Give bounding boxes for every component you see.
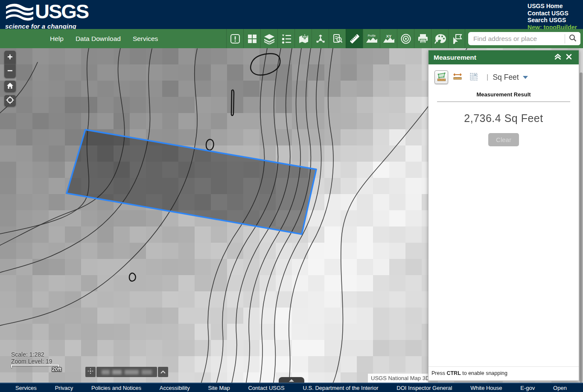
measure-area-icon xyxy=(437,72,446,83)
toolbar-buttons: ProfileXY xyxy=(226,29,465,48)
share-icon xyxy=(315,33,326,44)
site-header: USGS science for a changing world USGS H… xyxy=(0,0,583,29)
header-link[interactable]: USGS Home xyxy=(528,3,577,10)
basemap-gallery-icon xyxy=(247,33,258,44)
double-chevron-up-icon xyxy=(554,53,562,62)
print-icon xyxy=(417,33,429,44)
address-search xyxy=(468,32,580,45)
footer-link-u-s-department-of-the-interior[interactable]: U.S. Department of the Interior xyxy=(303,385,379,391)
footer-link-site-map[interactable]: Site Map xyxy=(208,385,230,391)
scale-info: Scale: 1:282 Zoom Level: 19 xyxy=(11,351,52,365)
footer-link-white-house[interactable]: White House xyxy=(470,385,502,391)
tool-layers-button[interactable] xyxy=(260,29,277,48)
header-link[interactable]: Contact USGS xyxy=(528,10,577,17)
tool-palette-button[interactable] xyxy=(431,29,448,48)
result-divider xyxy=(437,102,570,102)
tool-add-data-button[interactable] xyxy=(294,29,312,48)
footer-link-open[interactable]: Open xyxy=(553,385,567,391)
chevron-up-icon xyxy=(160,369,166,375)
measure-area-tool-button[interactable] xyxy=(434,70,448,84)
tool-legend-button[interactable] xyxy=(277,29,294,48)
add-data-icon xyxy=(298,33,309,44)
measurement-tools: | Sq Feet xyxy=(429,64,579,84)
tool-error-alert-button[interactable] xyxy=(226,29,243,48)
scalebar-label: 20ft xyxy=(52,366,61,372)
tool-share-button[interactable] xyxy=(312,29,329,48)
scale-label: Scale: 1:282 xyxy=(11,351,52,358)
unit-label: Sq Feet xyxy=(493,73,519,82)
tool-query-button[interactable] xyxy=(329,29,346,48)
panel-spacer xyxy=(429,146,579,366)
unit-separator: | xyxy=(487,73,488,81)
usgs-wave-icon xyxy=(5,2,34,23)
scrollbar-thumb[interactable] xyxy=(580,73,583,383)
snapping-hint: Press CTRL to enable snapping xyxy=(429,366,579,380)
bullseye-icon xyxy=(400,33,412,45)
legend-icon xyxy=(281,33,292,44)
toolbar-menus: HelpData DownloadServices xyxy=(50,29,158,48)
coordinate-widget xyxy=(85,367,168,377)
zoom-level-label: Zoom Level: 19 xyxy=(11,358,52,365)
locate-icon xyxy=(6,96,14,106)
query-icon xyxy=(332,33,343,44)
map-viewport[interactable]: + − Scale: 1:282 Zoom Level: 19 20ft xyxy=(0,48,583,383)
select-icon xyxy=(451,33,463,44)
tool-print-button[interactable] xyxy=(414,29,431,48)
footer-link-privacy[interactable]: Privacy xyxy=(55,385,73,391)
measure-location-tool-button[interactable] xyxy=(467,70,481,84)
site-footer: ServicesPrivacyPolicies and NoticesAcces… xyxy=(0,383,583,392)
search-input[interactable] xyxy=(468,35,565,43)
unit-dropdown[interactable]: Sq Feet xyxy=(493,73,528,82)
measurement-panel-header[interactable]: Measurement xyxy=(429,50,579,64)
result-heading: Measurement Result xyxy=(429,91,579,98)
palette-icon xyxy=(434,33,446,44)
svg-text:Profile: Profile xyxy=(367,34,376,37)
coordinate-crosshair-button[interactable] xyxy=(85,367,96,377)
usgs-logo[interactable]: USGS science for a changing world xyxy=(5,2,90,27)
footer-link-doi-inspector-general[interactable]: DOI Inspector General xyxy=(396,385,452,391)
logo-title: USGS xyxy=(35,2,88,21)
measurement-panel: Measurement | Sq Feet Measurement Result xyxy=(428,50,579,381)
footer-link-contact-usgs[interactable]: Contact USGS xyxy=(248,385,284,391)
close-panel-button[interactable] xyxy=(563,52,574,63)
home-button[interactable] xyxy=(4,81,16,92)
tool-bullseye-button[interactable] xyxy=(397,29,414,48)
home-icon xyxy=(6,82,14,91)
close-icon xyxy=(566,54,572,61)
caret-down-icon xyxy=(523,76,528,79)
tool-measure-ruler-button[interactable] xyxy=(346,29,363,48)
footer-link-e-gov[interactable]: E-gov xyxy=(520,385,535,391)
tool-basemap-gallery-button[interactable] xyxy=(243,29,260,48)
collapse-panel-button[interactable] xyxy=(552,52,563,63)
footer-link-policies-and-notices[interactable]: Policies and Notices xyxy=(91,385,141,391)
menu-services[interactable]: Services xyxy=(133,35,158,43)
locate-button[interactable] xyxy=(4,95,16,107)
search-button[interactable] xyxy=(565,32,580,45)
elevation-profile-icon: Profile xyxy=(365,33,378,44)
measure-distance-tool-button[interactable] xyxy=(451,70,464,84)
menu-help[interactable]: Help xyxy=(50,35,64,43)
measure-location-icon xyxy=(469,72,478,83)
tool-elevation-profile-button[interactable]: Profile xyxy=(363,29,380,48)
coordinate-readout-blurred xyxy=(96,367,157,377)
triangle-up-icon xyxy=(289,379,294,382)
spot-elevation-xy-icon: XY xyxy=(382,33,395,44)
clear-button[interactable]: Clear xyxy=(488,133,519,146)
header-links: USGS HomeContact USGSSearch USGSNew: top… xyxy=(528,3,577,31)
coordinate-expand-button[interactable] xyxy=(158,367,168,377)
footer-link-services[interactable]: Services xyxy=(15,385,37,391)
scrollbar[interactable] xyxy=(579,48,583,383)
map-attribution: USGS National Map 3D xyxy=(368,374,428,383)
blurred-coordinates xyxy=(102,370,152,375)
tool-select-button[interactable] xyxy=(448,29,465,48)
zoom-out-button[interactable]: − xyxy=(4,64,16,78)
zoom-control: + − xyxy=(4,51,16,78)
menu-data-download[interactable]: Data Download xyxy=(76,35,121,43)
header-link[interactable]: Search USGS xyxy=(528,17,577,24)
attribution-expander[interactable] xyxy=(279,377,304,383)
footer-link-accessibility[interactable]: Accessibility xyxy=(160,385,190,391)
measure-distance-icon xyxy=(453,72,462,83)
zoom-in-button[interactable]: + xyxy=(4,51,16,64)
tool-spot-elevation-xy-button[interactable]: XY xyxy=(380,29,397,48)
scalebar: 20ft xyxy=(11,365,59,368)
